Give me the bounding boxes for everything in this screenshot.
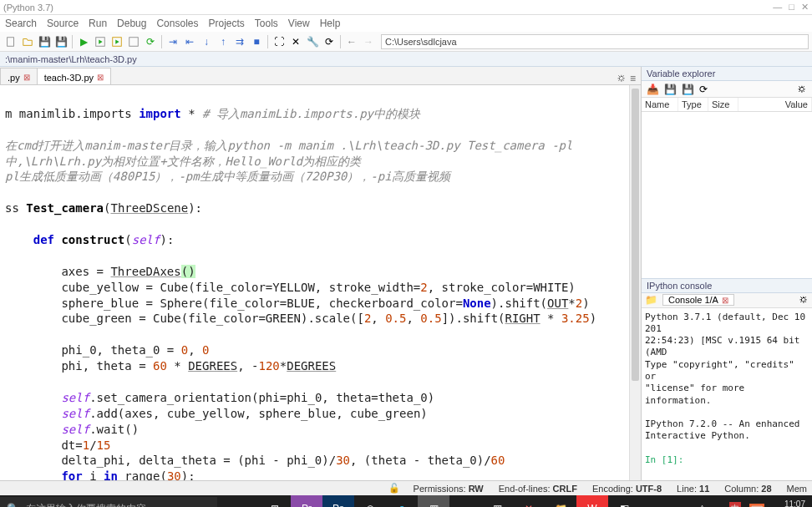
ime-icon[interactable]: 中 bbox=[729, 502, 741, 507]
console-options-icon[interactable]: ⛭ bbox=[799, 294, 809, 306]
working-dir-input[interactable]: C:\Users\sdlcjava bbox=[381, 34, 809, 49]
window-title: (Python 3.7) bbox=[3, 3, 53, 13]
console-output[interactable]: Python 3.7.1 (default, Dec 10 201 22:54:… bbox=[642, 308, 812, 481]
app3-icon[interactable]: ✕ bbox=[513, 495, 545, 507]
save-as-icon[interactable]: 💾 bbox=[682, 84, 694, 95]
rerun-icon[interactable]: ⟳ bbox=[143, 34, 158, 49]
console-prompt: In [1]: bbox=[645, 454, 683, 465]
editor-scrollbar[interactable] bbox=[629, 85, 641, 480]
status-bar: 🔓 Permissions: RW End-of-lines: CRLF Enc… bbox=[0, 480, 812, 495]
lock-icon: 🔓 bbox=[388, 483, 398, 494]
ipython-console-title: IPython console bbox=[642, 278, 812, 293]
run-cell-icon[interactable] bbox=[93, 34, 108, 49]
photoshop-icon[interactable]: Ps bbox=[322, 495, 354, 507]
python-path-icon[interactable]: ⟳ bbox=[322, 34, 337, 49]
debug-step-out-icon[interactable]: ↑ bbox=[216, 34, 231, 49]
app-icon[interactable]: ▦ bbox=[418, 495, 449, 507]
main-toolbar: 💾 💾 ▶ ⟳ ⇥ ⇤ ↓ ↑ ⇉ ■ ⛶ ✕ 🔧 ⟳ ← → C:\Users… bbox=[0, 32, 812, 52]
new-file-icon[interactable] bbox=[3, 34, 18, 49]
variable-table-header: Name Type Size Value bbox=[642, 98, 812, 112]
app4-icon[interactable]: ◧ bbox=[608, 495, 640, 507]
variable-explorer-title: Variable explorer bbox=[642, 67, 812, 81]
tab-teach3d[interactable]: teach-3D.py⊠ bbox=[37, 68, 111, 84]
menu-projects[interactable]: Projects bbox=[208, 18, 244, 29]
forward-icon[interactable]: → bbox=[361, 34, 376, 49]
folder-icon[interactable]: 📁 bbox=[545, 495, 576, 507]
tab-py[interactable]: .py⊠ bbox=[0, 68, 38, 84]
console-tab-1[interactable]: Console 1/A⊠ bbox=[662, 294, 734, 306]
menu-debug[interactable]: Debug bbox=[117, 18, 146, 29]
menu-consoles[interactable]: Consoles bbox=[156, 18, 198, 29]
tray-caret-icon[interactable]: ˄ bbox=[700, 504, 704, 508]
save-icon[interactable]: 💾 bbox=[37, 34, 52, 49]
close-console-icon[interactable]: ⊠ bbox=[722, 296, 728, 305]
console-folder-icon[interactable]: 📁 bbox=[645, 294, 657, 306]
debug-step-over-icon[interactable]: ⇥ bbox=[165, 34, 180, 49]
cortana-icon[interactable]: ○ bbox=[227, 495, 259, 507]
variable-explorer-toolbar: 📥 💾 💾 ⟳ ⛭ bbox=[642, 81, 812, 98]
open-icon[interactable] bbox=[20, 34, 35, 49]
run-icon[interactable]: ▶ bbox=[76, 34, 91, 49]
menu-search[interactable]: Search bbox=[5, 18, 37, 29]
maximize-icon[interactable]: □ bbox=[789, 2, 794, 13]
refresh-icon[interactable]: ⟳ bbox=[699, 84, 708, 95]
menubar: Search Source Run Debug Consoles Project… bbox=[0, 15, 812, 32]
minimize-icon[interactable]: — bbox=[773, 2, 782, 13]
ime2-icon[interactable]: ⌨ bbox=[749, 504, 764, 508]
wps-icon[interactable]: W bbox=[576, 495, 608, 507]
debug-continue-icon[interactable]: ⇉ bbox=[232, 34, 247, 49]
breadcrumb: :\manim-master\Lrh\teach-3D.py bbox=[0, 52, 812, 67]
editor-pane: .py⊠ teach-3D.py⊠ ⛭ ≡ m manimlib.imports… bbox=[0, 67, 642, 480]
run-cell-advance-icon[interactable] bbox=[109, 34, 124, 49]
editor-options-icon[interactable]: ⛭ bbox=[617, 73, 627, 84]
system-tray[interactable]: ˄ ☁ 中 ⌨ 11:07 2020/9/1 bbox=[693, 499, 812, 507]
variable-table-body bbox=[642, 112, 812, 278]
back-icon[interactable]: ← bbox=[344, 34, 359, 49]
save-data-icon[interactable]: 💾 bbox=[664, 84, 677, 95]
search-icon: 🔍 bbox=[7, 503, 19, 507]
window-titlebar: (Python 3.7) — □ ✕ bbox=[0, 0, 812, 15]
editor-menu-icon[interactable]: ≡ bbox=[630, 73, 636, 84]
edge-icon[interactable]: e bbox=[386, 495, 418, 507]
maximize-pane-icon[interactable]: ⛶ bbox=[272, 34, 287, 49]
console-tabs: 📁 Console 1/A⊠ ⛭ bbox=[642, 293, 812, 308]
menu-view[interactable]: View bbox=[288, 18, 310, 29]
svg-rect-0 bbox=[8, 37, 14, 46]
menu-tools[interactable]: Tools bbox=[255, 18, 278, 29]
panel-options-icon[interactable]: ⛭ bbox=[797, 84, 807, 95]
close-tab-icon[interactable]: ⊠ bbox=[23, 73, 30, 82]
close-icon[interactable]: ✕ bbox=[801, 2, 809, 13]
debug-step-into-icon[interactable]: ↓ bbox=[199, 34, 214, 49]
clock[interactable]: 11:07 2020/9/1 bbox=[773, 499, 805, 507]
close-tab-icon[interactable]: ⊠ bbox=[97, 73, 104, 82]
save-all-icon[interactable]: 💾 bbox=[53, 34, 69, 49]
debug-stop-icon[interactable]: ■ bbox=[249, 34, 264, 49]
code-editor[interactable]: m manimlib.imports import * # 导入manimLib… bbox=[0, 85, 641, 480]
obs-icon[interactable]: ◎ bbox=[354, 495, 386, 507]
debug-step-in-icon[interactable]: ⇤ bbox=[182, 34, 197, 49]
svg-rect-3 bbox=[129, 37, 139, 46]
right-pane: Variable explorer 📥 💾 💾 ⟳ ⛭ Name Type Si… bbox=[642, 67, 812, 480]
menu-help[interactable]: Help bbox=[320, 18, 341, 29]
app2-icon[interactable]: ▥ bbox=[481, 495, 513, 507]
task-view-icon[interactable]: ⊞ bbox=[259, 495, 291, 507]
fullscreen-icon[interactable]: ✕ bbox=[288, 34, 303, 49]
import-data-icon[interactable]: 📥 bbox=[647, 84, 659, 95]
menu-run[interactable]: Run bbox=[89, 18, 107, 29]
menu-source[interactable]: Source bbox=[47, 18, 79, 29]
preferences-icon[interactable]: 🔧 bbox=[305, 34, 320, 49]
premiere-icon[interactable]: Pr bbox=[291, 495, 322, 507]
tray-cloud-icon[interactable]: ☁ bbox=[713, 504, 721, 508]
terminal-icon[interactable]: ▬ bbox=[449, 495, 481, 507]
run-selection-icon[interactable] bbox=[126, 34, 141, 49]
editor-tabs: .py⊠ teach-3D.py⊠ ⛭ ≡ bbox=[0, 67, 641, 85]
taskbar-search[interactable]: 🔍 在这里输入你要搜索的内容 bbox=[0, 497, 217, 507]
windows-taskbar: 🔍 在这里输入你要搜索的内容 ○ ⊞ Pr Ps ◎ e ▦ ▬ ▥ ✕ 📁 W… bbox=[0, 495, 812, 507]
